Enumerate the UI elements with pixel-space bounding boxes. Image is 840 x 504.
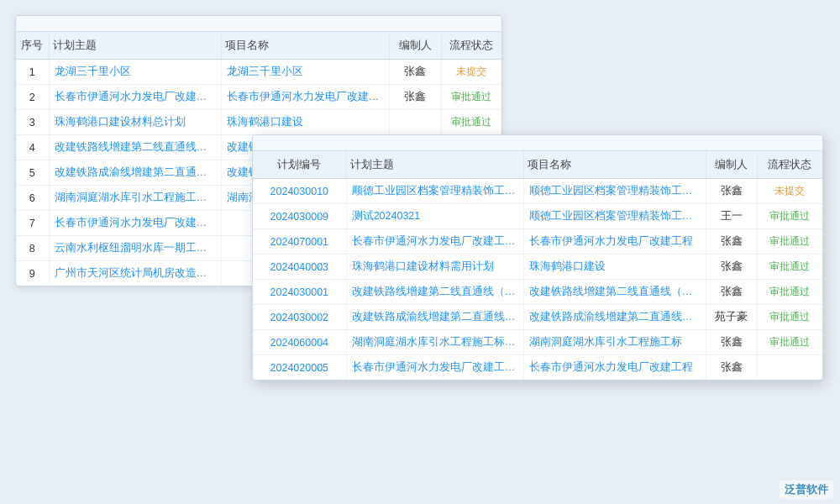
- row-project[interactable]: 湖南洞庭湖水库引水工程施工标: [523, 330, 706, 355]
- row-status: 审批通过: [757, 280, 822, 305]
- main-table-header-row: 序号 计划主题 项目名称 编制人 流程状态: [16, 32, 501, 60]
- row-status: 审批通过: [757, 305, 822, 330]
- main-col-editor: 编制人: [390, 32, 442, 60]
- row-theme[interactable]: 云南水利枢纽溜明水库一期工程施工标材料...: [49, 236, 221, 261]
- row-project[interactable]: 顺德工业园区档案管理精装饰工程（...: [523, 179, 706, 204]
- row-status: 审批通过: [441, 85, 501, 110]
- sec-col-theme: 计划主题: [346, 151, 523, 179]
- row-editor: 张鑫: [706, 255, 757, 280]
- secondary-table-body: 2024030010顺德工业园区档案管理精装饰工程（...顺德工业园区档案管理精…: [253, 179, 822, 381]
- row-no: 5: [16, 160, 49, 186]
- row-theme[interactable]: 龙湖三千里小区: [49, 60, 221, 85]
- table-row: 3珠海鹤港口建设材料总计划珠海鹤港口建设审批通过: [16, 110, 501, 135]
- row-editor: 张鑫: [706, 330, 757, 355]
- row-theme[interactable]: 湖南洞庭湖水库引水工程施工标材料总计划: [49, 186, 221, 211]
- row-editor: 张鑫: [706, 179, 757, 204]
- row-theme[interactable]: 广州市天河区统计局机房改造项目材料总计划: [49, 261, 221, 286]
- row-code[interactable]: 2024060004: [253, 330, 346, 355]
- row-code[interactable]: 2024030002: [253, 305, 346, 330]
- row-editor: 张鑫: [390, 60, 442, 85]
- watermark-logo: 泛普软件: [785, 483, 828, 496]
- row-theme[interactable]: 长春市伊通河水力发电厂改建工程合...: [346, 229, 523, 255]
- row-theme[interactable]: 珠海鹤港口建设材料总计划: [49, 110, 221, 135]
- row-status: 未提交: [757, 179, 822, 204]
- row-status: [757, 355, 822, 381]
- row-code[interactable]: 2024030009: [253, 204, 346, 229]
- table-row: 2024030002改建铁路成渝线增建第二直通线（成...改建铁路成渝线增建第二…: [253, 305, 822, 330]
- row-editor: [390, 110, 442, 135]
- row-project[interactable]: 长春市伊通河水力发电厂改建工程: [523, 229, 706, 255]
- row-project[interactable]: 珠海鹤港口建设: [523, 255, 706, 280]
- row-code[interactable]: 2024030001: [253, 280, 346, 305]
- row-no: 6: [16, 186, 49, 211]
- table-row: 1龙湖三千里小区龙湖三千里小区张鑫未提交: [16, 60, 501, 85]
- row-status: 审批通过: [441, 110, 501, 135]
- row-status: 审批通过: [757, 330, 822, 355]
- row-status: 未提交: [441, 60, 501, 85]
- row-code[interactable]: 2024070001: [253, 229, 346, 255]
- row-no: 9: [16, 261, 49, 286]
- row-no: 4: [16, 135, 49, 160]
- row-theme[interactable]: 改建铁路线增建第二线直通线（成都-西安）...: [49, 135, 221, 160]
- row-project[interactable]: 改建铁路线增建第二线直通线（成都...: [523, 280, 706, 305]
- row-no: 1: [16, 60, 49, 85]
- row-code[interactable]: 2024040003: [253, 255, 346, 280]
- row-project[interactable]: 改建铁路成渝线增建第二直通线（成...: [523, 305, 706, 330]
- row-theme[interactable]: 湖南洞庭湖水库引水工程施工标材料...: [346, 330, 523, 355]
- row-no: 3: [16, 110, 49, 135]
- table-row: 2024030009测试20240321顺德工业园区档案管理精装饰工程（...王…: [253, 204, 822, 229]
- row-project[interactable]: 顺德工业园区档案管理精装饰工程（...: [523, 204, 706, 229]
- sec-col-editor: 编制人: [706, 151, 757, 179]
- row-no: 2: [16, 85, 49, 110]
- secondary-table-header-row: 计划编号 计划主题 项目名称 编制人 流程状态: [253, 151, 822, 179]
- table-row: 2024030001改建铁路线增建第二线直通线（成都...改建铁路线增建第二线直…: [253, 280, 822, 305]
- sec-col-project: 项目名称: [523, 151, 706, 179]
- row-theme[interactable]: 改建铁路线增建第二线直通线（成都...: [346, 280, 523, 305]
- sec-col-code: 计划编号: [253, 151, 346, 179]
- row-project[interactable]: 珠海鹤港口建设: [221, 110, 389, 135]
- row-status: 审批通过: [757, 204, 822, 229]
- main-table-title: [16, 16, 501, 32]
- row-code[interactable]: 2024020005: [253, 355, 346, 381]
- main-col-project: 项目名称: [221, 32, 389, 60]
- row-theme[interactable]: 改建铁路成渝线增建第二直通线（成渝枢纽...: [49, 160, 221, 186]
- main-col-status: 流程状态: [441, 32, 501, 60]
- row-no: 7: [16, 211, 49, 236]
- row-editor: 张鑫: [706, 280, 757, 305]
- row-editor: 张鑫: [706, 355, 757, 381]
- row-project[interactable]: 龙湖三千里小区: [221, 60, 389, 85]
- row-editor: 王一: [706, 204, 757, 229]
- row-project[interactable]: 长春市伊通河水力发电厂改建工程: [523, 355, 706, 381]
- watermark: 泛普软件: [780, 480, 833, 499]
- row-theme[interactable]: 长春市伊通河水力发电厂改建工程合同材料...: [49, 85, 221, 110]
- row-theme[interactable]: 顺德工业园区档案管理精装饰工程（...: [346, 179, 523, 204]
- row-theme[interactable]: 长春市伊通河水力发电厂改建工程材...: [346, 355, 523, 381]
- main-col-theme: 计划主题: [49, 32, 221, 60]
- table-row: 2024060004湖南洞庭湖水库引水工程施工标材料...湖南洞庭湖水库引水工程…: [253, 330, 822, 355]
- secondary-table-container: 计划编号 计划主题 项目名称 编制人 流程状态 2024030010顺德工业园区…: [252, 134, 823, 381]
- row-status: 审批通过: [757, 229, 822, 255]
- secondary-table-title: [253, 135, 822, 151]
- row-theme[interactable]: 长春市伊通河水力发电厂改建工程材料总计划: [49, 211, 221, 236]
- row-theme[interactable]: 珠海鹤港口建设材料需用计划: [346, 255, 523, 280]
- row-status: 审批通过: [757, 255, 822, 280]
- sec-col-status: 流程状态: [757, 151, 822, 179]
- table-row: 2长春市伊通河水力发电厂改建工程合同材料...长春市伊通河水力发电厂改建工程张鑫…: [16, 85, 501, 110]
- table-row: 2024020005长春市伊通河水力发电厂改建工程材...长春市伊通河水力发电厂…: [253, 355, 822, 381]
- row-theme[interactable]: 测试20240321: [346, 204, 523, 229]
- row-editor: 苑子豪: [706, 305, 757, 330]
- table-row: 2024030010顺德工业园区档案管理精装饰工程（...顺德工业园区档案管理精…: [253, 179, 822, 204]
- main-col-no: 序号: [16, 32, 49, 60]
- row-editor: 张鑫: [706, 229, 757, 255]
- table-row: 2024040003珠海鹤港口建设材料需用计划珠海鹤港口建设张鑫审批通过: [253, 255, 822, 280]
- row-code[interactable]: 2024030010: [253, 179, 346, 204]
- table-row: 2024070001长春市伊通河水力发电厂改建工程合...长春市伊通河水力发电厂…: [253, 229, 822, 255]
- row-project[interactable]: 长春市伊通河水力发电厂改建工程: [221, 85, 389, 110]
- row-no: 8: [16, 236, 49, 261]
- row-editor: 张鑫: [390, 85, 442, 110]
- row-theme[interactable]: 改建铁路成渝线增建第二直通线（成...: [346, 305, 523, 330]
- secondary-table: 计划编号 计划主题 项目名称 编制人 流程状态 2024030010顺德工业园区…: [253, 151, 822, 380]
